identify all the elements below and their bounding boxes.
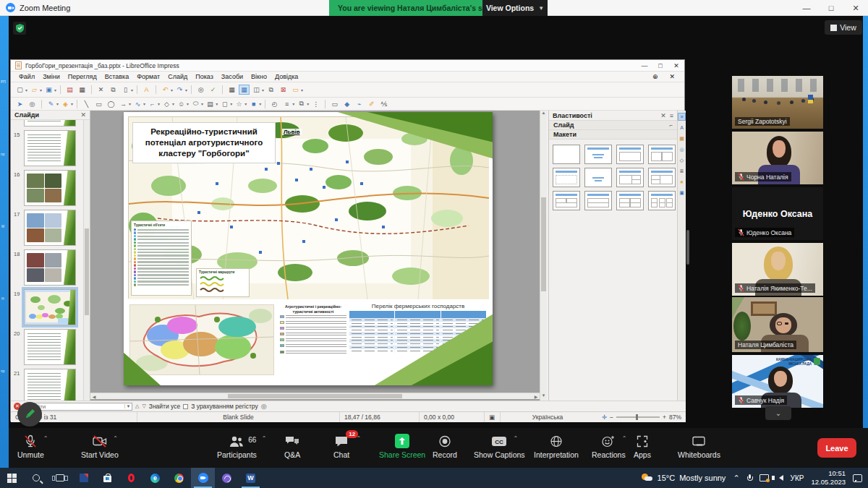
participant-tile-active-speaker[interactable]: Наталя Цимбаліста — [732, 297, 823, 352]
update-icon[interactable]: ⊕ — [649, 73, 662, 80]
find-replace-icon[interactable]: ◎ — [195, 85, 206, 95]
tray-speaker-icon[interactable] — [779, 475, 783, 481]
new-slide-icon[interactable]: ⧉ — [265, 85, 276, 95]
menu-slide[interactable]: Слайд — [164, 73, 191, 80]
insert-comment-icon[interactable]: ▭ — [290, 85, 301, 95]
meeting-security-shield-icon[interactable] — [13, 22, 26, 35]
properties-tab-icon[interactable]: ≡ — [678, 113, 686, 121]
find-all-button[interactable]: Знайти усе — [149, 403, 180, 410]
clone-formatting-icon[interactable]: A — [141, 85, 152, 95]
annotation-pencil-icon[interactable] — [17, 402, 42, 427]
slide-thumb-18[interactable]: 18 — [24, 249, 76, 286]
select-icon[interactable]: ➤ — [14, 99, 25, 109]
apps-button[interactable]: Apps — [634, 434, 651, 459]
find-previous-icon[interactable]: △ — [135, 403, 139, 409]
chat-button[interactable]: 12⌃ Chat — [333, 434, 349, 459]
match-case-checkbox[interactable] — [183, 404, 188, 409]
section-slide[interactable]: Слайд⌐ — [549, 121, 677, 130]
find-next-icon[interactable]: ▽ — [142, 403, 145, 409]
participants-scrollbar[interactable] — [686, 230, 689, 265]
slide-thumb-21[interactable]: 21 — [24, 369, 76, 401]
zoom-icon[interactable]: ◎ — [27, 99, 38, 109]
layout-title-content[interactable] — [584, 145, 612, 164]
master-slides-tab-icon[interactable]: ▣ — [678, 189, 686, 197]
layout-6content[interactable] — [648, 191, 676, 210]
navigator-tab-icon[interactable]: ◎ — [678, 145, 686, 153]
character-tab-icon[interactable]: A — [678, 124, 686, 132]
line-color-icon[interactable]: ✎ — [46, 99, 56, 109]
ellipse-icon[interactable]: ◯ — [106, 99, 116, 109]
fit-slide-icon[interactable]: ▣ — [485, 412, 501, 422]
menu-edit[interactable]: Зміни — [39, 73, 64, 80]
menu-window[interactable]: Вікно — [247, 73, 271, 80]
participant-tile[interactable]: Чорна Наталія — [732, 132, 823, 184]
zoom-app-button[interactable] — [191, 468, 215, 488]
fit-page-icon[interactable]: ✛ — [602, 414, 607, 421]
task-view-button[interactable] — [48, 468, 72, 488]
paste-icon[interactable]: ▯ — [120, 85, 131, 95]
section-layouts[interactable]: Макети — [549, 130, 677, 140]
interpretation-button[interactable]: Interpretation — [534, 434, 579, 459]
share-screen-button[interactable]: Share Screen — [379, 434, 425, 459]
layout-title-2content[interactable] — [648, 145, 676, 164]
slides-panel-close-icon[interactable]: ✕ — [80, 111, 86, 119]
display-grid-icon[interactable]: ▦ — [226, 85, 237, 95]
close-button[interactable]: ✕ — [843, 0, 868, 16]
tray-mic-icon[interactable] — [747, 474, 752, 481]
points-icon[interactable]: ▭ — [329, 99, 340, 109]
extrusion-icon[interactable]: ✐ — [366, 99, 377, 109]
layout-content-over-content[interactable] — [584, 191, 612, 210]
slide-thumb-15[interactable]: 15 — [24, 130, 76, 166]
impress-close-button[interactable]: ✕ — [668, 62, 684, 69]
menu-slideshow[interactable]: Показ — [192, 73, 217, 80]
curve-icon[interactable]: ∿ — [132, 99, 143, 109]
participant-tile[interactable]: Наталія Якименко-Те... — [732, 243, 823, 296]
flowchart-icon[interactable]: ▤ — [205, 99, 216, 109]
chrome-button[interactable] — [167, 468, 191, 488]
spelling-icon[interactable]: ✓ — [208, 85, 218, 95]
menu-file[interactable]: Файл — [15, 73, 38, 80]
menu-view[interactable]: Перегляд — [64, 73, 101, 80]
layout-blank[interactable] — [553, 145, 580, 164]
open-icon[interactable]: ▱ — [29, 85, 40, 95]
delete-slide-icon[interactable]: ⊠ — [278, 85, 289, 95]
redo-icon[interactable]: ↷ — [174, 85, 185, 95]
chevron-up-icon[interactable]: ⌃ — [113, 435, 118, 442]
more-participants-button[interactable]: ⌄ — [765, 406, 791, 420]
chevron-up-icon[interactable]: ⌃ — [356, 435, 361, 442]
record-button[interactable]: Record — [433, 434, 457, 459]
undo-icon[interactable]: ↶ — [160, 85, 171, 95]
participant-tile[interactable]: Юденко Оксана Юденко Оксана — [732, 187, 823, 240]
view-layout-button[interactable]: View — [825, 20, 862, 35]
weather-widget[interactable]: 15°C Mostly sunny — [642, 474, 726, 482]
tray-cast-icon[interactable] — [760, 474, 769, 481]
zoom-out-icon[interactable]: − — [610, 414, 613, 421]
language-indicator[interactable]: УКР — [791, 474, 804, 482]
start-button[interactable] — [0, 468, 24, 488]
participants-button[interactable]: 66⌃ Participants — [217, 434, 257, 459]
layout-title-content-2content[interactable] — [616, 168, 644, 187]
maximize-button[interactable]: □ — [819, 0, 843, 16]
edge-button[interactable]: e — [143, 468, 167, 488]
rotate-icon[interactable]: ◴ — [269, 99, 280, 109]
microsoft-store-button[interactable] — [95, 468, 119, 488]
arrow-icon[interactable]: → — [118, 99, 129, 109]
participant-tile[interactable]: КАМІНЬ-КАШИРСЬКА МІСЬКА РАДА Савчук Наді… — [732, 355, 823, 408]
whiteboards-button[interactable]: Whiteboards — [678, 434, 720, 459]
cut-icon[interactable]: ✕ — [95, 85, 106, 95]
minimize-button[interactable]: — — [794, 0, 819, 16]
new-doc-icon[interactable]: ▢ — [14, 85, 25, 95]
slides-panel-scrollbar[interactable] — [83, 120, 90, 401]
layout-title-content-box[interactable] — [616, 145, 644, 164]
zoom-slider[interactable] — [616, 416, 660, 418]
layout-title-only[interactable] — [553, 168, 580, 187]
rectangle-icon[interactable]: ▭ — [93, 99, 104, 109]
impress-maximize-button[interactable]: □ — [652, 62, 668, 69]
action-center-icon[interactable] — [853, 474, 862, 482]
chevron-up-icon[interactable]: ⌃ — [43, 435, 48, 442]
smiley-icon[interactable]: ☺ — [176, 99, 187, 109]
show-captions-button[interactable]: CC⌃ Show Captions — [474, 434, 525, 459]
menu-tools[interactable]: Засоби — [218, 73, 247, 80]
zoom-percent[interactable]: 87% — [669, 414, 681, 421]
chevron-up-icon[interactable]: ⌃ — [514, 435, 519, 442]
